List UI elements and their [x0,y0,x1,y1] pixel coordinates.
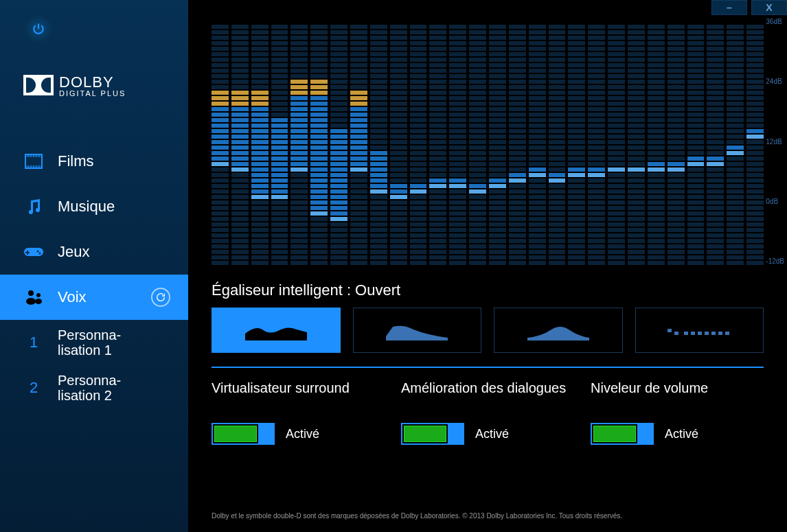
preset-number: 1 [23,334,44,351]
eq-band[interactable] [330,18,347,265]
sidebar-item-label: Personna-lisation 1 [58,327,121,358]
sidebar: DOLBY DIGITAL PLUS Films Musique [0,0,188,532]
eq-band[interactable] [648,18,665,265]
eq-preset-rich[interactable] [353,308,482,353]
svg-point-18 [28,290,34,296]
svg-rect-29 [718,332,722,335]
svg-rect-27 [705,332,709,335]
eq-band[interactable] [310,18,328,265]
svg-rect-26 [698,332,702,335]
switch-surround[interactable] [212,423,275,445]
voice-icon [23,287,44,308]
eq-band[interactable] [707,18,724,265]
equalizer-visualizer: 36dB24dB12dB0dB-12dB [212,18,764,265]
eq-band[interactable] [668,18,685,265]
eq-db-label: 12dB [766,138,784,146]
eq-band[interactable] [350,18,367,265]
eq-band[interactable] [588,18,605,265]
svg-rect-23 [674,332,678,335]
sidebar-item-musique[interactable]: Musique [0,184,188,229]
power-icon [32,22,45,36]
power-button[interactable] [23,14,54,44]
svg-rect-25 [691,332,695,335]
equalizer-title: Égaliseur intelligent : Ouvert [212,281,764,299]
eq-band[interactable] [568,18,585,265]
eq-presets [212,308,764,353]
svg-point-20 [36,293,41,297]
sidebar-item-jeux[interactable]: Jeux [0,229,188,275]
eq-band[interactable] [271,18,288,265]
eq-band[interactable] [212,18,229,265]
svg-point-17 [39,253,41,255]
preset-curve-icon [386,320,448,340]
eq-preset-open[interactable] [212,308,341,353]
eq-band[interactable] [489,18,506,265]
sidebar-item-films[interactable]: Films [0,139,188,184]
preset-number: 2 [23,379,44,397]
eq-band[interactable] [370,18,387,265]
eq-band[interactable] [746,18,764,265]
preset-bars-icon [665,323,733,337]
svg-point-19 [26,298,36,305]
reset-icon[interactable] [151,288,170,307]
toggle-state: Activé [665,427,698,441]
eq-band[interactable] [628,18,645,265]
eq-band[interactable] [608,18,625,265]
toggle-row: Virtualisateur surround Activé Améliorat… [212,380,764,445]
brand-line2: DIGITAL PLUS [59,90,126,97]
svg-rect-30 [725,332,729,335]
sidebar-item-perso2[interactable]: 2 Personna-lisation 2 [0,365,188,410]
sidebar-item-label: Films [58,152,94,170]
eq-band[interactable] [449,18,466,265]
eq-band[interactable] [429,18,446,265]
toggle-dialogue: Amélioration des dialogues Activé [401,380,574,445]
main-panel: 36dB24dB12dB0dB-12dB Égaliseur intellige… [188,0,787,532]
minimize-button[interactable]: – [711,0,747,15]
eq-preset-flat[interactable] [635,308,764,353]
switch-volume[interactable] [591,423,654,445]
eq-band[interactable] [410,18,427,265]
toggle-state: Activé [286,427,319,441]
dolby-dd-icon [23,75,54,95]
footer-text: Dolby et le symbole double-D sont des ma… [212,504,764,525]
eq-band[interactable] [469,18,486,265]
eq-band[interactable] [549,18,566,265]
eq-band[interactable] [390,18,407,265]
svg-rect-28 [711,332,716,335]
eq-band[interactable] [231,18,249,265]
eq-db-label: 36dB [766,18,784,25]
toggle-label: Amélioration des dialogues [401,380,574,416]
divider [212,367,764,368]
close-button[interactable]: X [751,0,787,15]
sidebar-item-label: Voix [58,288,87,306]
brand-line1: DOLBY [59,75,126,90]
nav: Films Musique Jeux Voix [0,139,188,410]
eq-band[interactable] [529,18,546,265]
sidebar-item-label: Personna-lisation 2 [58,373,121,403]
sidebar-item-perso1[interactable]: 1 Personna-lisation 1 [0,320,188,365]
switch-dialogue[interactable] [401,423,464,445]
gamepad-icon [23,242,44,262]
toggle-label: Niveleur de volume [591,380,764,416]
svg-rect-24 [684,332,688,335]
eq-band[interactable] [727,18,744,265]
preset-curve-icon [527,320,589,340]
music-icon [23,196,44,217]
eq-db-label: 24dB [766,78,784,85]
eq-band[interactable] [290,18,308,265]
svg-rect-15 [25,252,30,253]
preset-curve-icon [245,320,307,340]
eq-band[interactable] [687,18,705,265]
sidebar-item-voix[interactable]: Voix [0,275,188,320]
svg-point-16 [37,251,39,253]
eq-db-label: 0dB [766,198,784,205]
eq-band[interactable] [509,18,526,265]
svg-rect-22 [668,329,672,332]
svg-point-21 [35,299,42,304]
sidebar-item-label: Jeux [58,243,89,261]
toggle-state: Activé [475,427,509,441]
eq-band[interactable] [251,18,269,265]
eq-preset-focus[interactable] [494,308,623,353]
eq-db-label: -12dB [766,257,784,265]
sidebar-item-label: Musique [58,198,115,216]
